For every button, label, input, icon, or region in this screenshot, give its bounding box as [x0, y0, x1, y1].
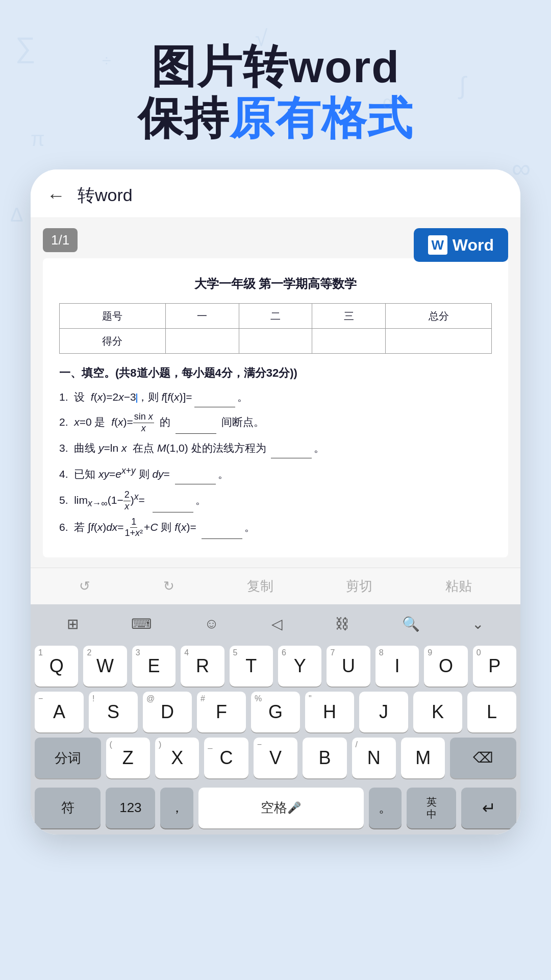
word-export-button[interactable]: W Word [414, 228, 508, 262]
phone-mockup: ← 转word 1/1 W Word 大学一年级 第一学期高等数学 题号 一 二… [31, 169, 520, 834]
key-W[interactable]: 2W [83, 646, 127, 687]
keyboard-toolbar: ⊞ ⌨ ☺ ◁ ⛓ 🔍 ⌄ [31, 604, 520, 644]
mic-icon: 🎤 [287, 801, 301, 815]
edit-toolbar: ↺ ↻ 复制 剪切 粘贴 [31, 568, 520, 604]
link-icon[interactable]: ⛓ [329, 611, 356, 636]
key-comma[interactable]: ， [160, 788, 193, 828]
copy-button[interactable]: 复制 [247, 577, 273, 595]
table-header-3: 三 [312, 303, 386, 328]
hero-line2-black: 保持 [138, 93, 230, 143]
key-K[interactable]: K [413, 692, 462, 732]
cursor-icon[interactable]: ◁ [265, 611, 289, 636]
undo-button[interactable]: ↺ [79, 578, 90, 594]
search-icon[interactable]: 🔍 [396, 611, 426, 636]
key-R[interactable]: 4R [181, 646, 224, 687]
key-V[interactable]: −V [254, 738, 297, 778]
key-space[interactable]: 空格 🎤 [198, 788, 363, 828]
key-X[interactable]: )X [155, 738, 199, 778]
paste-button[interactable]: 粘贴 [445, 577, 472, 595]
table-row2-2 [239, 328, 312, 353]
key-fu[interactable]: 符 [35, 788, 101, 828]
key-H[interactable]: "H [305, 692, 354, 732]
key-123[interactable]: 123 [106, 788, 155, 828]
key-I[interactable]: 8I [375, 646, 419, 687]
key-N[interactable]: /N [352, 738, 396, 778]
table-row2-4 [386, 328, 492, 353]
key-Q[interactable]: 1Q [35, 646, 78, 687]
document-area: 1/1 W Word 大学一年级 第一学期高等数学 题号 一 二 三 总分 得分 [31, 218, 520, 567]
table-header-0: 题号 [60, 303, 166, 328]
math-item-2: 2. x=0 是 f(x)=sin xx 的 间断点。 [59, 411, 492, 434]
math-item-4: 4. 已知 xy=ex+y 则 dy= 。 [59, 462, 492, 484]
key-M[interactable]: M [401, 738, 445, 778]
score-table: 题号 一 二 三 总分 得分 [59, 303, 492, 354]
redo-button[interactable]: ↻ [163, 578, 174, 594]
back-button[interactable]: ← [47, 185, 65, 206]
table-row2-3 [312, 328, 386, 353]
hero-line2-blue: 原有格式 [230, 93, 413, 143]
key-S[interactable]: !S [89, 692, 138, 732]
document-content: 大学一年级 第一学期高等数学 题号 一 二 三 总分 得分 一 [43, 258, 508, 557]
hero-line2: 保持原有格式 [31, 92, 520, 144]
key-O[interactable]: 9O [424, 646, 467, 687]
word-icon: W [428, 235, 447, 255]
hero-section: 图片转word 保持原有格式 [0, 0, 551, 169]
app-bar-title: 转word [78, 184, 133, 207]
key-A[interactable]: −A [35, 692, 84, 732]
emoji-icon[interactable]: ☺ [198, 611, 225, 636]
hero-line1: 图片转word [31, 41, 520, 92]
key-enter[interactable]: ↵ [461, 788, 516, 828]
key-U[interactable]: 7U [327, 646, 370, 687]
word-button-label: Word [453, 236, 494, 255]
table-header-2: 二 [239, 303, 312, 328]
key-row-3: 分词 (Z )X _C −V B /N M ⌫ [35, 738, 516, 778]
chevron-down-icon[interactable]: ⌄ [466, 611, 490, 636]
key-lang[interactable]: 英中 [407, 788, 456, 828]
key-row-1: 1Q 2W 3E 4R 5T 6Y 7U 8I 9O 0P [35, 646, 516, 687]
key-rows: 1Q 2W 3E 4R 5T 6Y 7U 8I 9O 0P −A !S @D #… [31, 644, 520, 788]
key-B[interactable]: B [303, 738, 346, 778]
key-L[interactable]: L [467, 692, 516, 732]
math-item-6: 6. 若 ∫f(x)dx=11+x²+C 则 f(x)= 。 [59, 517, 492, 539]
doc-title: 大学一年级 第一学期高等数学 [59, 273, 492, 295]
key-C[interactable]: _C [204, 738, 248, 778]
key-F[interactable]: #F [197, 692, 246, 732]
text-cursor [136, 394, 137, 403]
math-item-3: 3. 曲线 y=ln x 在点 M(1,0) 处的法线方程为 。 [59, 438, 492, 458]
cut-button[interactable]: 剪切 [346, 577, 372, 595]
section1-title: 一、填空。(共8道小题，每小题4分，满分32分)) [59, 363, 492, 383]
table-header-4: 总分 [386, 303, 492, 328]
key-period[interactable]: 。 [369, 788, 402, 828]
key-D[interactable]: @D [143, 692, 192, 732]
math-item-1: 1. 设 f(x)=2x−3，则 f[f(x)]=。 [59, 387, 492, 407]
key-Z[interactable]: (Z [106, 738, 150, 778]
key-row-2: −A !S @D #F %G "H J K L [35, 692, 516, 732]
table-row2-0: 得分 [60, 328, 166, 353]
key-backspace[interactable]: ⌫ [450, 738, 516, 778]
keyboard: ⊞ ⌨ ☺ ◁ ⛓ 🔍 ⌄ 1Q 2W 3E 4R 5T 6Y 7U 8I 9O… [31, 604, 520, 835]
math-item-5: 5. limx→∞(1−2x)x= 。 [59, 488, 492, 512]
key-T[interactable]: 5T [230, 646, 273, 687]
table-row2-1 [165, 328, 239, 353]
key-J[interactable]: J [359, 692, 408, 732]
key-G[interactable]: %G [251, 692, 300, 732]
key-E[interactable]: 3E [132, 646, 176, 687]
key-Y[interactable]: 6Y [278, 646, 321, 687]
table-header-1: 一 [165, 303, 239, 328]
page-indicator: 1/1 [43, 228, 78, 252]
grid-icon[interactable]: ⊞ [61, 611, 85, 636]
app-bar: ← 转word [31, 169, 520, 218]
key-fenci[interactable]: 分词 [35, 738, 101, 778]
key-P[interactable]: 0P [473, 646, 516, 687]
keyboard-icon[interactable]: ⌨ [125, 611, 158, 636]
key-bottom-row: 符 123 ， 空格 🎤 。 英中 ↵ [31, 788, 520, 835]
